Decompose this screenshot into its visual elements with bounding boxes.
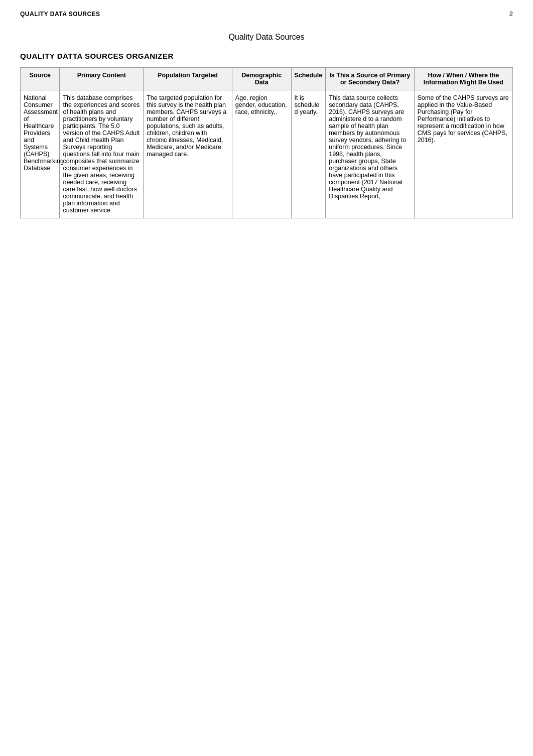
cell-how-when: Some of the CAHPS surveys are applied in… (414, 90, 512, 218)
header-label: QUALITY DATA SOURCES (20, 11, 100, 18)
cell-demographic-data: Age, region gender, education, race, eth… (232, 90, 291, 218)
page-title: Quality Data Sources (20, 33, 513, 42)
col-header-is-this: Is This a Source of Primary or Secondary… (326, 68, 415, 90)
col-header-primary-content: Primary Content (60, 68, 144, 90)
cell-source: National Consumer Assessment of Healthca… (21, 90, 60, 218)
page-number: 2 (509, 10, 513, 18)
section-heading: QUALITY DATTA SOURCES ORGANIZER (20, 52, 513, 60)
cell-population-targeted: The targeted population for this survey … (144, 90, 232, 218)
col-header-population-targeted: Population Targeted (144, 68, 232, 90)
cell-is-this: This data source collects secondary data… (326, 90, 415, 218)
table-header-row: Source Primary Content Population Target… (21, 68, 513, 90)
cell-schedule: It is schedule d yearly. (291, 90, 326, 218)
quality-data-sources-table: Source Primary Content Population Target… (20, 67, 513, 218)
col-header-schedule: Schedule (291, 68, 326, 90)
col-header-demographic-data: Demographic Data (232, 68, 291, 90)
col-header-how-when: How / When / Where the Information Might… (414, 68, 512, 90)
cell-primary-content: This database comprises the experiences … (60, 90, 144, 218)
col-header-source: Source (21, 68, 60, 90)
table-row: National Consumer Assessment of Healthca… (21, 90, 513, 218)
